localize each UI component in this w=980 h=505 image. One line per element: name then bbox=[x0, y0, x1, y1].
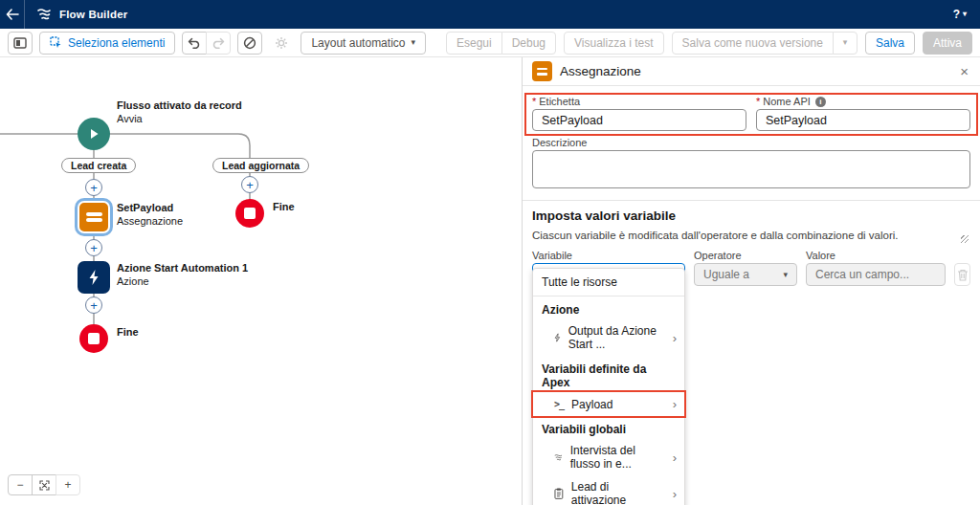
resource-lead-attivazione[interactable]: Lead di attivazione › bbox=[533, 475, 684, 505]
resource-label: Intervista del flusso in e... bbox=[570, 444, 665, 471]
label-field-group: * Etichetta bbox=[532, 96, 746, 131]
undo-icon bbox=[188, 37, 201, 49]
layout-select[interactable]: Layout automatico ▾ bbox=[301, 32, 426, 55]
flow-canvas[interactable]: Flusso attivato da record Avvia Lead cre… bbox=[0, 57, 522, 505]
arrow-left-icon bbox=[6, 9, 19, 20]
lightning-icon bbox=[87, 269, 100, 286]
branch-label-lead-aggiornata[interactable]: Lead aggiornata bbox=[212, 158, 309, 173]
add-element-button[interactable]: + bbox=[85, 296, 102, 314]
dropdown-all-resources[interactable]: Tutte le risorse bbox=[533, 269, 684, 296]
flow-icon bbox=[554, 452, 563, 462]
end-bottom-label: Fine bbox=[117, 326, 139, 340]
value-placeholder: Cerca un campo... bbox=[815, 268, 909, 281]
select-elements-button[interactable]: Seleziona elementi bbox=[39, 32, 175, 55]
expand-icon bbox=[39, 480, 50, 491]
start-subtitle: Avvia bbox=[117, 113, 242, 126]
operator-value: Uguale a bbox=[703, 268, 749, 281]
start-node[interactable] bbox=[78, 118, 110, 150]
run-label: Esegui bbox=[457, 36, 492, 50]
end-node-right[interactable] bbox=[235, 199, 264, 228]
view-tests-button[interactable]: Visualizza i test bbox=[564, 32, 663, 55]
stop-icon bbox=[244, 208, 256, 219]
save-label: Salva bbox=[876, 36, 904, 50]
assignment-node-setpayload[interactable] bbox=[78, 201, 110, 233]
chevron-down-icon: ▾ bbox=[843, 38, 848, 47]
info-icon[interactable]: i bbox=[815, 97, 826, 107]
run-debug-group: Esegui Debug bbox=[446, 32, 556, 55]
group-variabili-globali: Variabili globali bbox=[533, 416, 684, 439]
label-field-label: * Etichetta bbox=[532, 96, 746, 107]
layout-select-label: Layout automatico bbox=[311, 36, 405, 50]
api-name-input[interactable] bbox=[756, 109, 970, 131]
activate-label: Attiva bbox=[933, 36, 962, 50]
flow-builder-icon bbox=[36, 8, 52, 21]
apex-icon: >_ bbox=[554, 399, 564, 409]
redo-icon bbox=[212, 37, 225, 49]
add-element-button[interactable]: + bbox=[85, 239, 102, 256]
resource-label: Lead di attivazione bbox=[571, 480, 665, 505]
action-node-start-automation[interactable] bbox=[78, 261, 110, 294]
toggle-toolbox-button[interactable] bbox=[8, 32, 33, 55]
section-title: Imposta valori variabile bbox=[532, 209, 970, 223]
save-as-new-button[interactable]: Salva come nuova versione bbox=[672, 32, 834, 55]
save-button[interactable]: Salva bbox=[865, 32, 915, 55]
help-label: ? bbox=[953, 8, 960, 21]
start-node-label: Flusso attivato da record Avvia bbox=[117, 99, 242, 126]
assignment-icon bbox=[532, 61, 552, 81]
back-button[interactable] bbox=[0, 0, 25, 29]
debug-button[interactable]: Debug bbox=[501, 32, 556, 55]
value-label: Valore bbox=[806, 250, 946, 261]
gear-icon bbox=[275, 36, 288, 50]
required-asterisk: * bbox=[756, 96, 760, 107]
minus-icon: − bbox=[16, 478, 23, 492]
zoom-fit-button[interactable] bbox=[32, 474, 56, 495]
panel-toggle-icon bbox=[13, 37, 27, 49]
api-field-group: * Nome API i bbox=[756, 96, 970, 131]
panel-header: Assegnazione × bbox=[523, 57, 980, 86]
add-element-button[interactable]: + bbox=[85, 179, 102, 196]
redo-button[interactable] bbox=[206, 32, 231, 55]
action-node-label: Azione Start Automation 1 Azione bbox=[117, 262, 248, 289]
app-title: Flow Builder bbox=[59, 9, 127, 20]
action-title: Azione Start Automation 1 bbox=[117, 262, 248, 275]
save-as-new-menu-button[interactable]: ▾ bbox=[833, 32, 858, 55]
close-icon[interactable]: × bbox=[958, 63, 970, 79]
plus-icon: + bbox=[64, 478, 71, 492]
resource-payload[interactable]: >_ Payload › bbox=[533, 392, 684, 416]
zoom-in-button[interactable]: + bbox=[56, 474, 80, 495]
end-right-label: Fine bbox=[273, 201, 295, 214]
assignment-title: SetPayload bbox=[117, 202, 183, 215]
zoom-out-button[interactable]: − bbox=[8, 474, 33, 495]
error-check-button[interactable] bbox=[237, 32, 262, 55]
chevron-right-icon: › bbox=[673, 331, 677, 345]
toolbar-actions: Esegui Debug Visualizza i test Salva com… bbox=[446, 32, 972, 55]
resource-output-azione-start[interactable]: Output da Azione Start ... › bbox=[533, 319, 684, 356]
resource-intervista-flusso[interactable]: Intervista del flusso in e... › bbox=[533, 439, 684, 475]
value-input[interactable]: Cerca un campo... bbox=[806, 263, 946, 286]
label-input[interactable] bbox=[532, 109, 746, 131]
branch-label-lead-creata[interactable]: Lead creata bbox=[61, 158, 136, 173]
play-icon bbox=[87, 127, 100, 141]
api-field-label: * Nome API i bbox=[756, 96, 970, 107]
operator-select[interactable]: Uguale a ▾ bbox=[694, 263, 797, 286]
textarea-resize-handle[interactable] bbox=[961, 235, 969, 243]
undo-button[interactable] bbox=[182, 32, 207, 55]
assignment-node-label: SetPayload Assegnazione bbox=[117, 202, 183, 229]
description-textarea[interactable] bbox=[532, 150, 970, 188]
run-button[interactable]: Esegui bbox=[446, 32, 502, 55]
chevron-right-icon: › bbox=[673, 397, 677, 411]
zoom-controls: − + bbox=[8, 474, 80, 495]
view-tests-label: Visualizza i test bbox=[574, 36, 653, 50]
select-elements-label: Seleziona elementi bbox=[68, 36, 165, 50]
add-element-button[interactable]: + bbox=[241, 176, 258, 193]
chevron-down-icon: ▾ bbox=[963, 11, 967, 18]
end-node-bottom[interactable] bbox=[79, 324, 108, 353]
help-menu-button[interactable]: ? ▾ bbox=[940, 8, 980, 21]
branch-right-text: Lead aggiornata bbox=[222, 160, 300, 171]
settings-button[interactable] bbox=[269, 32, 294, 55]
activate-button[interactable]: Attiva bbox=[923, 32, 972, 55]
chevron-right-icon: › bbox=[673, 450, 677, 465]
delete-assignment-button[interactable] bbox=[954, 263, 970, 286]
assignment-property-panel: Assegnazione × * Etichetta * Nome API i bbox=[522, 57, 980, 505]
resource-label: Output da Azione Start ... bbox=[568, 324, 665, 351]
